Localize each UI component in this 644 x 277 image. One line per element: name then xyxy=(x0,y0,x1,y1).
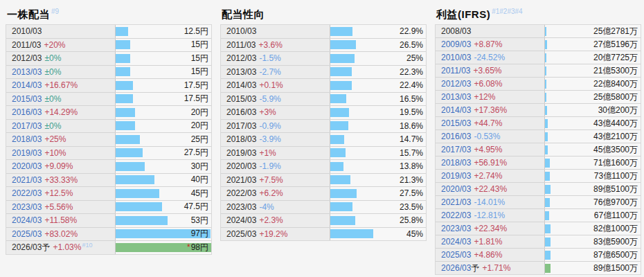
table-row: 2017/03+4.95%45億3500万 xyxy=(436,143,641,156)
year-label-link[interactable]: 2024/03 xyxy=(441,237,471,247)
year-label-link[interactable]: 2026/03 xyxy=(441,263,471,273)
footnote-ref[interactable]: #9 xyxy=(51,8,59,15)
bar-cell: 87億6500万 xyxy=(544,249,641,261)
year-label-link[interactable]: 2012/03 xyxy=(441,79,471,89)
year-label-link[interactable]: 2018/03 xyxy=(12,134,42,144)
bar-cell: 25.8% xyxy=(330,214,426,227)
year-label-link[interactable]: 2015/03 xyxy=(441,118,471,128)
change-label: +2.74% xyxy=(474,171,502,181)
year-label-link[interactable]: 2019/03 xyxy=(12,148,42,158)
bar-cell: 89億5100万 xyxy=(544,183,641,195)
value-bar xyxy=(330,94,346,103)
bar-cell: 40円 xyxy=(115,174,211,187)
bar-cell: 30円 xyxy=(115,160,211,173)
bar-cell: 43億4400万 xyxy=(544,117,641,129)
year-label-link[interactable]: 2011/03 xyxy=(441,66,471,75)
bar-cell: 16.5% xyxy=(330,93,426,106)
row-label-cell: 2008/03 xyxy=(436,25,544,37)
year-label-link[interactable]: 2025/03 xyxy=(441,250,471,260)
value-bar xyxy=(545,198,550,207)
year-label-link[interactable]: 2015/03 xyxy=(12,94,42,104)
value-bar xyxy=(330,162,343,171)
year-label-link[interactable]: 2013/03 xyxy=(12,67,42,77)
value-label: 30円 xyxy=(191,160,208,173)
year-label-link[interactable]: 2020/03 xyxy=(441,184,471,194)
table-row: 2012/03+6.08%22億8400万 xyxy=(436,77,641,90)
year-label-link[interactable]: 2025/03 xyxy=(12,229,42,239)
table-row: 2017/03-0.9%18.6% xyxy=(221,119,426,133)
footnote-ref[interactable]: #10 xyxy=(82,241,92,250)
value-bar xyxy=(330,216,355,225)
year-label: 2011/03 xyxy=(226,40,256,50)
year-label-link[interactable]: 2021/03 xyxy=(12,175,42,185)
value-bar xyxy=(116,27,128,36)
year-label-link[interactable]: 2020/03 xyxy=(12,161,42,171)
change-label: +6.08% xyxy=(474,79,502,89)
year-label: 2008/03 xyxy=(441,26,471,36)
year-label-link[interactable]: 2014/03 xyxy=(12,80,42,90)
bar-cell: 25% xyxy=(330,52,426,65)
change-label: ±0% xyxy=(44,67,61,77)
value-bar xyxy=(545,172,550,181)
year-label-link[interactable]: 2023/03 xyxy=(441,224,471,233)
row-label-cell: 2016/03-0.53% xyxy=(436,130,544,143)
value-bar xyxy=(116,202,162,211)
value-label: 16.5% xyxy=(400,93,423,106)
change-label: +12.5% xyxy=(44,188,73,198)
change-label: +8.87% xyxy=(474,39,502,49)
year-label-link[interactable]: 2010/03 xyxy=(441,53,471,62)
row-label-cell: 2011/03+20% xyxy=(6,39,115,52)
year-label-link[interactable]: 2017/03 xyxy=(12,121,42,131)
change-label: -3.9% xyxy=(259,134,280,144)
bar-cell: 47.5円 xyxy=(115,201,211,214)
bar-cell: 18.6% xyxy=(330,120,426,133)
table-row: 2022/03+12.5%45円 xyxy=(6,186,211,200)
year-label-link[interactable]: 2017/03 xyxy=(441,145,471,154)
row-label-cell: 2018/03+25% xyxy=(6,133,115,146)
row-label-cell: 2010/03-24.52% xyxy=(436,51,544,64)
row-label-cell: 2025/03+19.2% xyxy=(221,228,330,241)
year-label-link[interactable]: 2014/03 xyxy=(441,105,471,115)
year-label: 2018/03 xyxy=(226,134,256,144)
footnote-ref[interactable]: #1#2#3#4 xyxy=(492,8,523,15)
change-label: +11.58% xyxy=(44,215,77,225)
year-label-link[interactable]: 2024/03 xyxy=(12,215,42,225)
change-label: +3.65% xyxy=(474,66,502,75)
value-text: 15円 xyxy=(191,66,208,78)
year-label-link[interactable]: 2021/03 xyxy=(441,197,471,207)
value-text: 98円 xyxy=(191,242,208,253)
row-label-cell: 2012/03+6.08% xyxy=(436,78,544,90)
table-row: 2024/03+11.58%53円 xyxy=(6,213,211,227)
bar-cell: 22.4% xyxy=(330,79,426,92)
year-label-link[interactable]: 2016/03 xyxy=(12,107,42,117)
value-text: 25円 xyxy=(191,134,208,145)
panel-title: 一株配当#9 xyxy=(7,6,212,20)
value-text: 53円 xyxy=(191,215,208,226)
change-label: -14.01% xyxy=(474,197,505,207)
bar-cell: 17.5円 xyxy=(115,93,211,106)
value-text: 15.7% xyxy=(400,148,423,158)
year-label: 2015/03 xyxy=(226,94,256,104)
value-text: 13.8% xyxy=(400,161,423,171)
year-label-link[interactable]: 2009/03 xyxy=(441,39,471,49)
value-label: 19.5% xyxy=(400,106,423,119)
value-text: 27.5% xyxy=(400,188,423,198)
change-label: +16.67% xyxy=(44,80,78,90)
row-label-cell: 2010/03 xyxy=(6,25,115,38)
value-text: 45円 xyxy=(191,188,208,199)
year-label-link[interactable]: 2022/03 xyxy=(12,188,42,198)
year-label-link[interactable]: 2023/03 xyxy=(12,202,42,212)
table-row: 2018/03-3.9%14.7% xyxy=(221,132,426,146)
value-bar xyxy=(545,238,551,247)
year-label-link[interactable]: 2018/03 xyxy=(441,158,471,168)
year-label-link[interactable]: 2022/03 xyxy=(441,211,471,220)
value-label: 71億1600万 xyxy=(593,157,638,169)
year-label-link[interactable]: 2013/03 xyxy=(441,92,471,102)
row-label-cell: 2010/03 xyxy=(221,25,330,38)
bar-cell: 97円 xyxy=(115,228,211,241)
year-label-link[interactable]: 2019/03 xyxy=(441,171,471,181)
value-text: 27.5円 xyxy=(184,147,208,159)
year-label-link[interactable]: 2016/03 xyxy=(441,132,471,141)
value-label: 53円 xyxy=(191,214,208,227)
bar-table: 2010/0312.5円2011/03+20%15円2012/03±0%15円2… xyxy=(6,24,212,255)
